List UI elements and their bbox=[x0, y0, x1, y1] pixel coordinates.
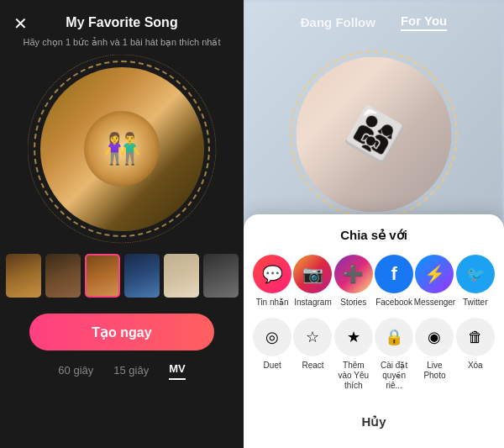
share-item-instagram[interactable]: 📷 Instagram bbox=[294, 255, 331, 308]
share-item-twitter[interactable]: 🐦 Twitter bbox=[457, 255, 494, 308]
tab-60s[interactable]: 60 giây bbox=[58, 364, 93, 380]
react-icon: ☆ bbox=[293, 318, 332, 356]
tab-for-you[interactable]: For You bbox=[401, 13, 447, 31]
photo-circle-inner: 👫 bbox=[84, 111, 160, 187]
create-button[interactable]: Tạo ngay bbox=[29, 314, 214, 350]
subtitle: Hãy chọn 1 bức ảnh và 1 bài hát bạn thíc… bbox=[7, 37, 238, 48]
tab-mv[interactable]: MV bbox=[169, 362, 186, 380]
vinyl-inner-photo: 👨‍👩‍👧 bbox=[297, 57, 452, 213]
instagram-icon: 📷 bbox=[293, 255, 332, 293]
livephoto-icon: ◉ bbox=[415, 318, 454, 356]
left-header: ✕ My Favorite Song bbox=[0, 0, 244, 37]
share-title: Chia sẻ với bbox=[252, 228, 496, 243]
share-item-delete[interactable]: 🗑 Xóa bbox=[457, 318, 494, 371]
duet-icon: ◎ bbox=[253, 318, 291, 356]
photo-background: 👫 bbox=[40, 67, 204, 231]
time-tabs: 60 giây 15 giây MV bbox=[58, 362, 185, 380]
share-label-favorite: Thêm vào Yêu thích bbox=[335, 361, 372, 391]
video-vinyl-circle: 👨‍👩‍👧 bbox=[290, 50, 458, 219]
stories-icon: ➕ bbox=[334, 255, 373, 293]
message-icon: 💬 bbox=[253, 255, 291, 293]
share-sheet: Chia sẻ với 💬 Tin nhắn 📷 Instagram ➕ bbox=[244, 214, 504, 448]
delete-icon: 🗑 bbox=[456, 318, 495, 356]
share-item-message[interactable]: 💬 Tin nhắn bbox=[254, 255, 291, 308]
facebook-icon: f bbox=[375, 255, 413, 293]
share-label-duet: Duet bbox=[264, 361, 281, 371]
share-item-livephoto[interactable]: ◉ Live Photo bbox=[416, 318, 453, 381]
settings-icon: 🔒 bbox=[375, 318, 413, 356]
share-label-twitter: Twitter bbox=[463, 298, 487, 308]
favorite-icon: ★ bbox=[334, 318, 373, 356]
people-silhouette-icon: 👫 bbox=[103, 131, 141, 166]
share-label-stories: Stories bbox=[340, 298, 366, 308]
tab-dang-follow[interactable]: Đang Follow bbox=[301, 15, 375, 29]
share-item-facebook[interactable]: f Facebook bbox=[375, 255, 412, 308]
thumbnail-strip bbox=[0, 250, 244, 302]
share-label-settings: Cài đặt quyền riê... bbox=[375, 361, 412, 391]
main-image-area[interactable]: 👫 bbox=[29, 56, 214, 241]
main-photo[interactable]: 👫 bbox=[40, 67, 204, 231]
thumbnail-item[interactable] bbox=[164, 254, 199, 298]
share-item-react[interactable]: ☆ React bbox=[294, 318, 331, 371]
share-item-stories[interactable]: ➕ Stories bbox=[335, 255, 372, 308]
left-panel: ✕ My Favorite Song Hãy chọn 1 bức ảnh và… bbox=[0, 0, 244, 448]
right-panel: Đang Follow For You 👨‍👩‍👧 ♡ 0 Chia sẻ vớ… bbox=[244, 0, 504, 448]
share-item-favorite[interactable]: ★ Thêm vào Yêu thích bbox=[335, 318, 372, 391]
video-people-icon: 👨‍👩‍👧 bbox=[340, 102, 407, 167]
video-photo: 👨‍👩‍👧 bbox=[297, 57, 452, 213]
tab-15s[interactable]: 15 giây bbox=[113, 364, 149, 380]
close-button[interactable]: ✕ bbox=[13, 13, 28, 34]
share-row-2: ◎ Duet ☆ React ★ Thêm vào Yêu thích bbox=[252, 318, 496, 391]
cancel-button[interactable]: Hủy bbox=[252, 404, 496, 440]
thumbnail-item[interactable] bbox=[45, 254, 81, 298]
share-label-instagram: Instagram bbox=[294, 298, 331, 308]
messenger-icon: ⚡ bbox=[415, 255, 454, 293]
share-row-1: 💬 Tin nhắn 📷 Instagram ➕ Stories bbox=[252, 255, 496, 308]
twitter-icon: 🐦 bbox=[456, 255, 495, 293]
top-navigation: Đang Follow For You bbox=[244, 0, 504, 40]
share-label-delete: Xóa bbox=[468, 361, 483, 371]
share-label-livephoto: Live Photo bbox=[416, 361, 453, 381]
share-item-duet[interactable]: ◎ Duet bbox=[254, 318, 291, 371]
thumbnail-item[interactable] bbox=[203, 254, 239, 298]
page-title: My Favorite Song bbox=[13, 15, 230, 30]
share-label-facebook: Facebook bbox=[375, 298, 412, 308]
thumbnail-item[interactable] bbox=[124, 254, 160, 298]
share-item-messenger[interactable]: ⚡ Messenger bbox=[416, 255, 453, 308]
share-label-messenger: Messenger bbox=[414, 298, 455, 308]
share-item-settings[interactable]: 🔒 Cài đặt quyền riê... bbox=[375, 318, 412, 391]
share-label-react: React bbox=[302, 361, 323, 371]
thumbnail-item[interactable] bbox=[6, 254, 41, 298]
share-label-message: Tin nhắn bbox=[256, 298, 289, 308]
thumbnail-item-selected[interactable] bbox=[85, 254, 120, 298]
